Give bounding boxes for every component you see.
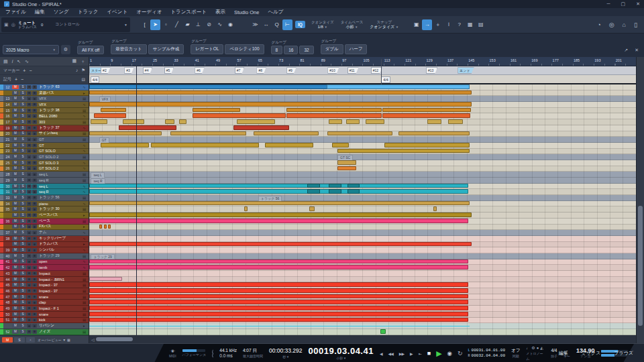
macro-button[interactable]: All FX off (77, 46, 104, 54)
arrangement-row[interactable]: Impact - 37 (89, 288, 636, 294)
mute-button[interactable]: M (12, 278, 19, 282)
monitor-button[interactable] (32, 272, 37, 276)
marker-flag[interactable]: #8 (256, 67, 266, 74)
overview-select[interactable]: オーバービュー ▼ (38, 338, 66, 342)
menu-item-6[interactable]: トランスポート (170, 9, 207, 15)
clip[interactable] (309, 206, 314, 211)
track-name[interactable]: seq L (38, 172, 80, 176)
macro-button[interactable]: 32 (299, 46, 313, 54)
record-arm-button[interactable] (27, 184, 32, 188)
arrangement-row[interactable]: 303303303303303303 (89, 119, 636, 125)
record-arm-button[interactable] (27, 312, 32, 316)
clip[interactable]: 303 (237, 119, 275, 124)
h-scroll-handle[interactable] (96, 337, 133, 341)
mute-button[interactable]: M (12, 202, 19, 206)
marker-flag[interactable]: エンド (458, 67, 474, 74)
clip[interactable]: Impact - 051 TAMBRN1 (89, 265, 468, 269)
solo-button[interactable]: S (19, 272, 26, 276)
metronome-controls[interactable]: ♩⚙●◭ メトロノーム (526, 345, 545, 361)
maximize-button[interactable]: ▢ (621, 1, 626, 7)
marker-lane[interactable]: スタート#2#3#4#5#6#7#8#9#10#11#12#13エンド (89, 66, 636, 75)
clip[interactable]: seq L (89, 184, 468, 188)
clip[interactable]: VFX (89, 102, 472, 107)
solo-button[interactable]: S (19, 289, 26, 293)
solo-button[interactable]: S (19, 300, 26, 304)
macro-button[interactable]: レガートOL (191, 44, 223, 54)
clip[interactable]: seq R (307, 189, 320, 194)
track-name[interactable]: シンバル (38, 247, 80, 253)
clip[interactable]: ベースバス (89, 213, 472, 217)
macro-button[interactable]: サンプル作成 (148, 44, 184, 54)
macro-button[interactable]: ベロシティ100 (225, 44, 264, 54)
monitor-button[interactable] (32, 259, 37, 263)
marker-flag[interactable]: #4 (143, 67, 153, 74)
eraser-tool-icon[interactable]: ▰ (182, 19, 193, 30)
mute-button[interactable]: M (12, 184, 19, 188)
record-arm-button[interactable] (27, 207, 32, 211)
mute-button[interactable]: M (12, 178, 19, 182)
arrangement-row[interactable]: ベース (89, 219, 636, 225)
menu-item-7[interactable]: 表示 (215, 9, 225, 15)
record-arm-button[interactable] (27, 126, 32, 130)
automation-icon[interactable]: ∿ (25, 59, 29, 64)
listen-tool-icon[interactable]: ◉ (225, 19, 235, 30)
loop-locators[interactable]: L00031.04.01.00 R00032.04.04.00 (468, 348, 505, 359)
arrangement-row[interactable]: GT SO (89, 166, 636, 172)
mute-button[interactable]: M (12, 172, 19, 176)
menu-item-3[interactable]: トラック (78, 9, 99, 15)
monitor-button[interactable] (32, 295, 37, 299)
monitor-button[interactable] (32, 248, 37, 252)
solo-button[interactable]: S (19, 97, 26, 101)
clip[interactable]: Impact - 37 (89, 282, 468, 287)
clip[interactable]: トラック 37(5) (119, 125, 176, 130)
input-quantize-button[interactable]: IQ (295, 21, 305, 28)
solo-button[interactable]: S (19, 131, 26, 135)
record-arm-button[interactable] (27, 265, 32, 269)
automation-line[interactable] (89, 326, 470, 326)
record-arm-button[interactable] (27, 114, 32, 118)
mute-button[interactable]: M (12, 196, 19, 200)
solo-button[interactable]: S (19, 126, 26, 130)
timebase-select[interactable]: タイムベース 小節 ▼ (341, 20, 364, 29)
clip[interactable] (254, 131, 319, 136)
solo-button[interactable]: S (19, 202, 26, 206)
arrangement-row[interactable] (89, 247, 636, 253)
previous-marker-button[interactable]: ◀ (380, 351, 382, 356)
split-tool-icon[interactable]: ⊥ (193, 19, 203, 30)
mute-button[interactable]: M (12, 300, 19, 304)
clip[interactable] (433, 206, 437, 211)
arrangement-row[interactable]: トラック 29 (89, 259, 636, 265)
clip[interactable]: GT (101, 143, 149, 147)
track-row[interactable]: 23MSGT SOLO∿ (0, 149, 89, 155)
track-name[interactable]: トラック 37 (38, 125, 80, 131)
arrangement-row[interactable]: seq Rseq Rseq Rseq R (89, 189, 636, 195)
macro-preset-select[interactable]: 2025 Macro▼ (3, 45, 59, 54)
return-to-start-button[interactable]: ⇤ (419, 351, 421, 356)
track-name[interactable]: リバシン (38, 323, 80, 328)
arrangement-row[interactable]: GTGTGTGT (89, 143, 636, 149)
record-arm-button[interactable] (27, 109, 32, 113)
arrangement-row[interactable] (89, 84, 636, 90)
solo-button[interactable]: S (19, 312, 26, 316)
monitor-button[interactable] (32, 202, 37, 206)
clip[interactable]: GT (151, 143, 259, 147)
crosshair-toggle-icon[interactable]: ＋ (433, 19, 443, 30)
add-marker-button[interactable]: + (23, 68, 25, 73)
menu-item-8[interactable]: Studio One (234, 9, 260, 15)
track-row[interactable]: 44MSImpact - .BRN1▤ (0, 277, 89, 283)
monitor-button[interactable] (32, 126, 37, 130)
clip[interactable]: GT SOLO (337, 149, 470, 154)
record-arm-button[interactable] (27, 161, 32, 165)
add-track-button[interactable]: ＋ (80, 58, 85, 65)
solo-button[interactable]: S (19, 283, 26, 287)
monitor-button[interactable] (32, 324, 37, 328)
layers-icon[interactable]: ▤ (3, 59, 8, 64)
autoscroll-v-icon[interactable]: Ｉ (443, 19, 453, 30)
mute-button[interactable]: M (12, 161, 19, 165)
monitor-button[interactable] (32, 149, 37, 153)
track-row[interactable]: MSリバシン▸ (0, 323, 89, 329)
track-name[interactable]: snare (38, 312, 80, 316)
monitor-button[interactable] (32, 283, 37, 287)
clip[interactable]: 楽器バス (89, 90, 472, 95)
mute-tool-icon[interactable]: ⊘ (204, 19, 214, 30)
